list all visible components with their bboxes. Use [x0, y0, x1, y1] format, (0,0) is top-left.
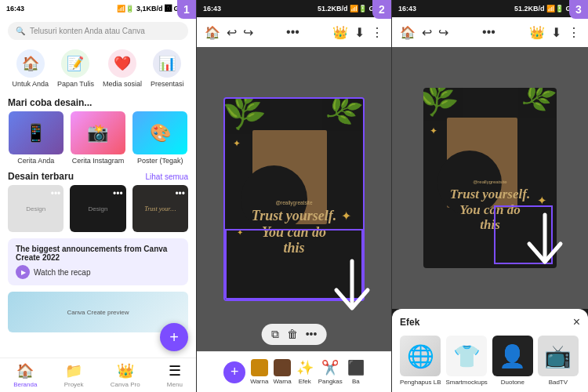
redo-icon-2[interactable]: ↪: [243, 25, 253, 40]
toolbar-middle-3: •••: [482, 25, 495, 39]
copy-icon-2[interactable]: ⧉: [271, 328, 279, 341]
search-bar[interactable]: 🔍 Telusuri konten Anda atau Canva: [8, 22, 188, 40]
poster-thumb: 🎨: [132, 111, 187, 154]
recent-item-3[interactable]: Trust your… •••: [132, 185, 188, 232]
status-time-2: 16:43: [203, 5, 221, 13]
effect-duotone[interactable]: 👤 Duotone: [492, 336, 533, 386]
canva-pro-icon: 👑: [117, 362, 134, 379]
status-bar-3: 16:43 51.2KB/d 📶🔋 G 🌐: [392, 0, 588, 17]
untuk-anda-icon: 🏠: [16, 49, 45, 78]
poster-label: Poster (Tegak): [137, 157, 183, 165]
menu-label: Menu: [167, 381, 183, 388]
nav-proyek[interactable]: 📁 Proyek: [64, 362, 84, 388]
home-icon-3[interactable]: 🏠: [400, 25, 416, 40]
leaf-right-3: 🌿: [519, 88, 557, 117]
toolbar-left-3: 🏠 ↩ ↪: [400, 25, 448, 40]
fab-button-1[interactable]: +: [160, 323, 188, 351]
canva-pro-label: Canva Pro: [111, 381, 140, 388]
crown-icon-2[interactable]: 👑: [332, 25, 348, 40]
recent-item-1[interactable]: Design •••: [8, 185, 64, 232]
efek-icon-2: ✨: [296, 359, 314, 376]
color-swatch-orange: [251, 359, 268, 376]
redo-icon-3[interactable]: ↪: [438, 25, 448, 40]
bottom-nav-1: 🏠 Beranda 📁 Proyek 👑 Canva Pro ☰ Menu: [0, 358, 196, 392]
papan-tulis-icon: 📝: [61, 49, 89, 78]
download-icon-2[interactable]: ⬇: [354, 25, 365, 40]
announcement-title: The biggest announcements from Canva Cre…: [16, 245, 180, 262]
undo-icon-3[interactable]: ↩: [422, 25, 432, 40]
badtv-label: BadTV: [549, 379, 568, 386]
cerita-instagram-thumb: 📸: [71, 111, 125, 154]
efek-tool-2[interactable]: ✨ Efek: [296, 359, 314, 385]
editor-tools-2: + Warna Warna ✨ Efek ✂️ Pangkas ⬛ Ba: [223, 359, 365, 385]
nav-menu[interactable]: ☰ Menu: [167, 362, 183, 388]
quick-icon-untuk-anda[interactable]: 🏠 Untuk Anda: [12, 49, 49, 88]
watch-recap-label: Watch the recap: [34, 268, 90, 277]
cerita-anda-label: Cerita Anda: [17, 157, 54, 165]
see-all-button[interactable]: Lihat semua: [146, 172, 188, 181]
effect-smartmockups[interactable]: 👕 Smartmockups: [446, 336, 488, 386]
canvas-area-3[interactable]: 🌿 🌿 ✦ ✦ @reallygreatsite Trust yourself.…: [392, 47, 588, 309]
quick-icon-media-sosial[interactable]: ❤️ Media sosial: [103, 49, 142, 88]
presentasi-label: Presentasi: [151, 80, 184, 88]
delete-icon-2[interactable]: 🗑: [287, 328, 298, 341]
status-time-3: 16:43: [398, 5, 416, 13]
toolbar-left-2: 🏠 ↩ ↪: [205, 25, 253, 40]
menu-icon: ☰: [169, 362, 181, 379]
home-icon-2[interactable]: 🏠: [205, 25, 220, 40]
recent-item-2[interactable]: Design •••: [70, 185, 125, 232]
arrow-down-2: [325, 257, 379, 320]
more-icon-3[interactable]: •••: [482, 25, 495, 39]
recent-dots-1[interactable]: •••: [51, 188, 61, 199]
effect-penghapus-lb[interactable]: 🌐 Penghapus LB: [400, 336, 441, 386]
ba-tool-2[interactable]: ⬛ Ba: [347, 359, 365, 385]
design-handle-3: @reallygreatsite: [430, 180, 551, 184]
proyek-icon: 📁: [65, 362, 82, 379]
recent-grid: Design ••• Design ••• Trust your… •••: [0, 185, 196, 232]
nav-beranda[interactable]: 🏠 Beranda: [13, 362, 37, 388]
editor-bottom-2: + Warna Warna ✨ Efek ✂️ Pangkas ⬛ Ba: [197, 351, 391, 392]
try-design-title: Mari coba desain...: [0, 93, 196, 111]
presentasi-icon: 📊: [153, 49, 181, 78]
panel-1: 16:43 📶🔋 3,1KB/d 🅰 G 🌐 1 🔍 Telusuri kont…: [0, 0, 196, 392]
effects-title: Efek: [400, 317, 419, 328]
pangkas-icon-2: ✂️: [321, 359, 339, 376]
quick-icon-papan-tulis[interactable]: 📝 Papan Tulis: [57, 49, 94, 88]
play-button[interactable]: [16, 265, 30, 279]
share-icon-3[interactable]: ⋮: [568, 25, 580, 40]
papan-tulis-label: Papan Tulis: [57, 80, 94, 88]
crown-icon-3[interactable]: 👑: [529, 25, 545, 40]
panel-3: 16:43 51.2KB/d 📶🔋 G 🌐 3 🏠 ↩ ↪ ••• 👑 ⬇ ⋮ …: [392, 0, 588, 392]
pangkas-tool-2[interactable]: ✂️ Pangkas: [318, 359, 343, 385]
more-icon-2[interactable]: •••: [286, 25, 299, 39]
color-swatch-brown: [274, 359, 291, 376]
try-design-grid: 📱 Cerita Anda 📸 Cerita Instagram 🎨 Poste…: [0, 111, 196, 165]
beranda-icon: 🏠: [16, 362, 34, 379]
corner-badge-2: 2: [372, 0, 391, 19]
watch-recap-row[interactable]: Watch the recap: [16, 265, 180, 279]
toolbar-right-2: 👑 ⬇ ⋮: [332, 25, 383, 40]
quick-icon-presentasi[interactable]: 📊 Presentasi: [151, 49, 184, 88]
share-icon-2[interactable]: ⋮: [371, 25, 383, 40]
recent-dots-2[interactable]: •••: [113, 188, 123, 199]
warna-tool-1[interactable]: Warna: [250, 359, 268, 385]
undo-icon-2[interactable]: ↩: [227, 25, 237, 40]
editor-fab-2[interactable]: +: [223, 361, 245, 383]
warna-tool-2[interactable]: Warna: [273, 359, 291, 385]
nav-canva-pro[interactable]: 👑 Canva Pro: [111, 362, 140, 388]
penghapus-thumb: 🌐: [400, 336, 441, 376]
recent-title: Desain terbaru: [8, 171, 74, 182]
effects-close-button[interactable]: ×: [573, 315, 580, 329]
star-1-3: ✦: [430, 125, 437, 136]
design-card-cerita-anda[interactable]: 📱 Cerita Anda: [8, 111, 64, 165]
recent-dots-3[interactable]: •••: [175, 188, 185, 199]
selection-toolbar-2: ⧉ 🗑 •••: [262, 324, 327, 345]
more-sel-icon-2[interactable]: •••: [306, 328, 318, 341]
design-card-poster[interactable]: 🎨 Poster (Tegak): [132, 111, 188, 165]
editor-toolbar-2: 🏠 ↩ ↪ ••• 👑 ⬇ ⋮: [197, 17, 391, 47]
download-icon-3[interactable]: ⬇: [551, 25, 561, 40]
design-card-cerita-instagram[interactable]: 📸 Cerita Instagram: [70, 111, 125, 165]
canvas-area-2[interactable]: 🌿 🌿 ✦ ✦ ✦ @reallygreatsite Trust yoursel…: [197, 47, 391, 351]
effect-badtv[interactable]: 📺 BadTV: [538, 336, 579, 386]
media-sosial-icon: ❤️: [108, 49, 136, 78]
